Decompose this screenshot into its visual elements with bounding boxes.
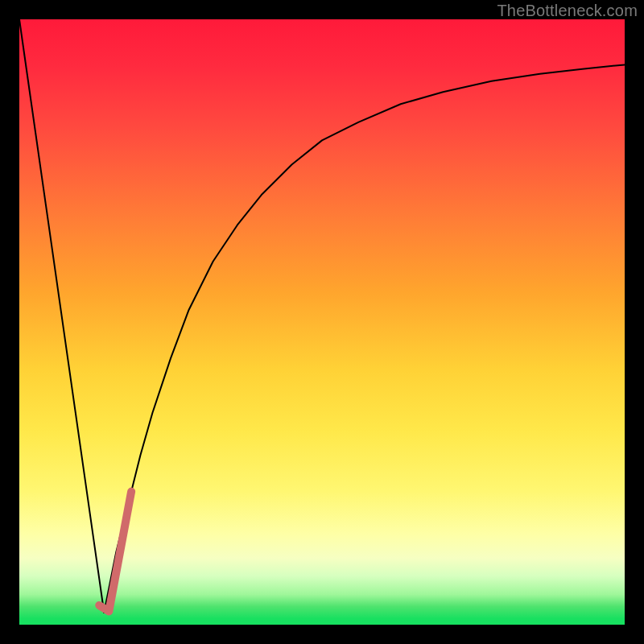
watermark-text: TheBottleneck.com: [497, 2, 638, 20]
series-left-falling-segment: [19, 19, 104, 613]
chart-frame: TheBottleneck.com: [0, 0, 644, 644]
series-hook-marker: [99, 492, 131, 612]
chart-svg: [19, 19, 625, 625]
series-right-rising-curve: [104, 64, 625, 613]
